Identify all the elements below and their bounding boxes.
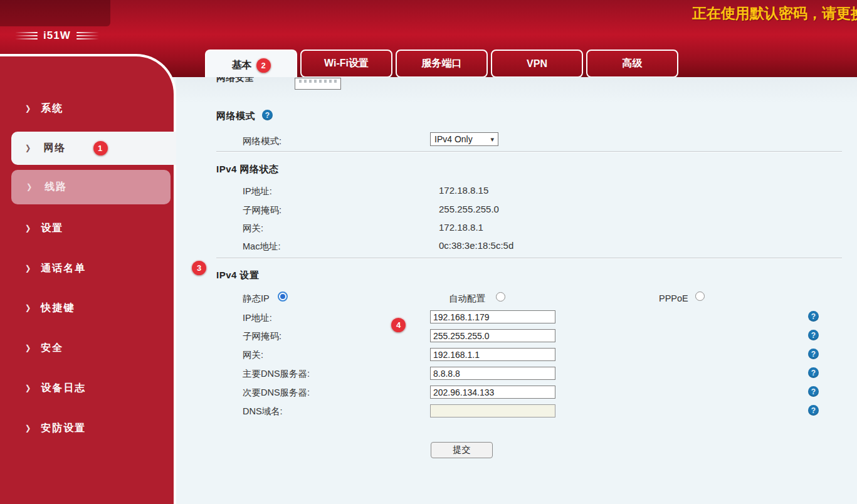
primary-dns-input[interactable] (430, 367, 555, 380)
tab-advanced[interactable]: 高级 (586, 50, 678, 78)
help-icon[interactable]: ? (808, 330, 819, 340)
help-icon[interactable]: ? (808, 405, 819, 416)
sidebar-item-label: 快捷键 (41, 302, 75, 315)
pppoe-label: PPPoE (659, 293, 688, 303)
tab-service-port[interactable]: 服务端口 (396, 50, 488, 78)
ip-address-input[interactable] (430, 310, 555, 323)
sidebar-item-network[interactable]: ❯ 网络 1 (11, 132, 176, 165)
sidebar-item-label: 安全 (41, 342, 63, 355)
step-badge-3: 3 (192, 261, 206, 275)
help-icon[interactable]: ? (808, 386, 819, 397)
submit-button[interactable]: 提交 (431, 442, 493, 458)
sidebar-item-label: 设置 (41, 222, 63, 235)
tab-vpn[interactable]: VPN (491, 50, 583, 78)
tab-advanced-label: 高级 (623, 57, 643, 70)
chevron-right-icon: ❯ (26, 182, 33, 191)
step-badge-1: 1 (93, 141, 108, 155)
subnet-mask-value: 255.255.255.0 (439, 204, 499, 214)
ipv4-settings-heading: IPv4 设置 (216, 270, 260, 281)
mac-address-label: Mac地址: (243, 241, 280, 253)
ip-address-field-label: IP地址: (243, 312, 272, 324)
gateway-label: 网关: (243, 223, 263, 234)
logo-lines-left-icon (15, 32, 38, 39)
help-icon[interactable]: ? (808, 311, 819, 322)
logo-lines-right-icon (76, 32, 99, 39)
chevron-right-icon: ❯ (25, 303, 32, 312)
sidebar-item-security-settings[interactable]: ❯ 安防设置 (25, 422, 86, 435)
step-badge-2: 2 (256, 58, 271, 73)
network-mode-label: 网络模式: (243, 135, 281, 147)
sidebar-item-hotkeys[interactable]: ❯ 快捷键 (25, 302, 75, 315)
logo: i51W (15, 29, 99, 42)
clipped-row-label: 网络安全 (216, 77, 292, 89)
tab-vpn-label: VPN (527, 58, 547, 70)
chevron-right-icon: ❯ (25, 224, 32, 233)
auto-config-radio[interactable] (496, 292, 505, 302)
sidebar-item-system[interactable]: ❯ 系统 (25, 102, 63, 115)
sidebar-item-label: 设备日志 (41, 382, 86, 395)
subnet-mask-field-label: 子网掩码: (243, 330, 281, 342)
divider (216, 258, 842, 258)
sidebar-item-line[interactable]: ❯ 线路 (11, 170, 171, 204)
mac-address-value: 0c:38:3e:18:5c:5d (439, 240, 513, 251)
chevron-down-icon: ▾ (490, 135, 494, 144)
secondary-dns-input[interactable] (430, 386, 555, 399)
default-password-warning: 正在使用默认密码，请更换 (692, 4, 857, 23)
ip-address-value: 172.18.8.15 (439, 185, 488, 196)
chevron-right-icon: ❯ (25, 104, 32, 113)
chevron-right-icon: ❯ (25, 424, 32, 433)
step-badge-4: 4 (391, 318, 406, 332)
secondary-dns-field-label: 次要DNS服务器: (243, 387, 310, 399)
chevron-right-icon: ❯ (25, 144, 32, 152)
network-mode-select-value: IPv4 Only (434, 134, 473, 144)
help-icon[interactable]: ? (808, 349, 819, 359)
tab-service-port-label: 服务端口 (422, 57, 462, 70)
clipped-dropdown[interactable] (295, 78, 341, 90)
static-ip-label: 静态IP (243, 293, 270, 305)
sidebar-item-device-log[interactable]: ❯ 设备日志 (25, 382, 86, 395)
network-mode-heading: 网络模式 (216, 110, 255, 122)
sidebar-item-settings[interactable]: ❯ 设置 (25, 222, 63, 235)
tab-wifi-settings-label: Wi-Fi设置 (324, 57, 369, 70)
sidebar-item-label: 通话名单 (41, 262, 86, 275)
logo-text: i51W (43, 29, 71, 42)
chevron-right-icon: ❯ (25, 384, 32, 392)
network-mode-select[interactable]: IPv4 Only ▾ (430, 132, 498, 146)
tab-wifi-settings[interactable]: Wi-Fi设置 (300, 50, 392, 78)
divider (216, 151, 842, 152)
subnet-mask-input[interactable] (430, 329, 555, 342)
chevron-right-icon: ❯ (25, 344, 32, 352)
pppoe-radio[interactable] (695, 291, 705, 301)
header-dark-corner (0, 0, 110, 26)
tab-basic[interactable]: 基本 2 (205, 50, 297, 80)
gateway-value: 172.18.8.1 (439, 222, 483, 233)
chevron-right-icon: ❯ (25, 264, 32, 273)
sidebar (0, 54, 176, 504)
ipv4-status-heading: IPv4 网络状态 (216, 164, 279, 176)
dns-domain-input[interactable] (430, 404, 555, 417)
help-icon[interactable]: ? (808, 367, 819, 378)
sidebar-item-label: 系统 (41, 102, 63, 115)
sidebar-item-label: 网络 (43, 142, 66, 155)
tab-basic-label: 基本 (232, 59, 252, 72)
primary-dns-field-label: 主要DNS服务器: (243, 368, 310, 380)
sidebar-item-label: 安防设置 (41, 422, 86, 435)
static-ip-radio[interactable] (278, 291, 288, 302)
sidebar-item-security[interactable]: ❯ 安全 (25, 342, 63, 355)
gateway-input[interactable] (430, 348, 555, 361)
help-icon[interactable]: ? (262, 110, 273, 120)
router-admin-page: 正在使用默认密码，请更换 i51W 基本 2 Wi-Fi设置 服务端口 VPN … (0, 0, 857, 504)
dns-domain-field-label: DNS域名: (243, 406, 283, 417)
gateway-field-label: 网关: (243, 349, 263, 361)
content-area: 网络安全 网络模式 ? 网络模式: IPv4 Only ▾ IPv4 网络状态 … (176, 77, 857, 504)
tab-bar: 基本 2 Wi-Fi设置 服务端口 VPN 高级 (205, 50, 678, 80)
sidebar-item-label: 线路 (45, 181, 67, 194)
sidebar-item-call-list[interactable]: ❯ 通话名单 (25, 262, 86, 275)
subnet-mask-label: 子网掩码: (243, 204, 281, 216)
auto-config-label: 自动配置 (449, 293, 485, 305)
ip-address-label: IP地址: (243, 186, 272, 197)
